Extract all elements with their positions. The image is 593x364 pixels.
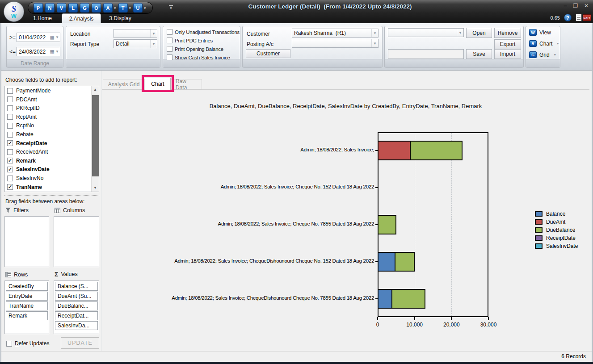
checkbox[interactable]: ✓ — [7, 184, 13, 190]
field-item-Rebate[interactable]: Rebate — [7, 131, 34, 138]
toolbar-icon-V[interactable]: V — [57, 3, 66, 13]
calendar-icon[interactable]: ▦ — [50, 49, 55, 54]
layout-select[interactable]: ▼ — [388, 28, 464, 37]
filters-drop-area[interactable] — [4, 216, 49, 267]
row-field-tranname[interactable]: TranName — [6, 301, 48, 310]
ribbon-tab-2-analysis[interactable]: 2.Analysis — [62, 13, 101, 24]
scrollbar-thumb[interactable] — [92, 95, 99, 176]
chevron-down-icon[interactable]: ▾ — [129, 6, 131, 10]
checkbox[interactable] — [167, 46, 172, 52]
save-button[interactable]: Save — [466, 49, 492, 59]
option-print-opening-balance[interactable]: Print Opening Balance — [167, 46, 223, 52]
checkbox[interactable] — [7, 88, 13, 94]
close-button[interactable]: ✕ — [584, 3, 589, 9]
defer-updates-checkbox[interactable] — [6, 341, 12, 347]
field-item-RcptAmt[interactable]: RcptAmt — [7, 114, 37, 120]
chevron-down-icon[interactable]: ▼ — [150, 29, 157, 38]
checkbox[interactable] — [7, 149, 13, 155]
chevron-down-icon[interactable]: ▼ — [55, 33, 60, 42]
toolbar-overflow-icon[interactable]: ▾ — [169, 5, 173, 10]
output-view-view[interactable]: WView — [529, 29, 551, 36]
checkbox[interactable] — [167, 29, 172, 35]
chevron-down-icon[interactable]: ▼ — [371, 39, 378, 47]
field-item-Remark[interactable]: ✓Remark — [7, 158, 36, 164]
rows-drop-area[interactable]: CreatedByEntryDateTranNameRemark — [4, 280, 49, 334]
checkbox[interactable] — [167, 54, 172, 60]
location-select[interactable]: ▼ — [114, 29, 157, 38]
chevron-down-icon[interactable]: ▼ — [150, 40, 157, 48]
field-item-RcptNo[interactable]: RcptNo — [7, 122, 34, 129]
chevron-down-icon[interactable]: ▾ — [557, 42, 559, 46]
value-field-duebalanc[interactable]: DueBalanc... — [55, 301, 98, 310]
help-icon[interactable]: ? — [564, 14, 572, 21]
field-item-ReceivedAmt[interactable]: ReceivedAmt — [7, 149, 48, 155]
date-from-input[interactable]: 01/04/2022 ▦ ▼ — [17, 33, 60, 42]
ribbon-tab-3-display[interactable]: 3.Display — [102, 13, 138, 24]
option-show-cash-sales-invoice[interactable]: Show Cash Sales Invoice — [167, 54, 230, 60]
chevron-down-icon[interactable]: ▾ — [554, 53, 556, 57]
chevron-down-icon[interactable]: ▼ — [55, 47, 60, 56]
checkbox[interactable] — [7, 176, 13, 181]
date-to-input[interactable]: 24/08/2022 ▦ ▼ — [17, 47, 60, 56]
app-logo[interactable]: SW — [4, 1, 24, 22]
customer-button[interactable]: Customer — [246, 49, 290, 58]
export-button[interactable]: Export — [494, 39, 521, 49]
field-item-PDCAmt[interactable]: PDCAmt — [7, 96, 37, 103]
document-icon[interactable] — [576, 14, 582, 21]
field-item-PKRcptID[interactable]: PKRcptID — [7, 105, 40, 111]
row-field-createdby[interactable]: CreatedBy — [6, 282, 48, 291]
toolbar-icon-N[interactable]: N — [45, 3, 55, 13]
minimize-button[interactable]: – — [564, 3, 567, 9]
toolbar-icon-U[interactable]: U — [133, 3, 143, 13]
toolbar-icon-O[interactable]: O — [92, 3, 101, 13]
toolbar-icon-G[interactable]: G — [80, 3, 89, 13]
field-item-SalesInvNo[interactable]: SalesInvNo — [7, 175, 43, 181]
row-field-remark[interactable]: Remark — [6, 311, 48, 320]
output-view-grid[interactable]: GGrid▾ — [529, 51, 556, 58]
checkbox[interactable]: ✓ — [7, 140, 13, 146]
option-only-unadjusted-transactions[interactable]: Only Unadjusted Transactions — [167, 29, 240, 35]
open-button[interactable]: Open — [466, 28, 492, 38]
checkbox[interactable] — [7, 114, 13, 120]
exit-icon[interactable]: EXIT — [583, 14, 591, 21]
checkbox[interactable] — [7, 105, 13, 111]
update-button[interactable]: UPDATE — [61, 337, 99, 349]
posting-ac-select[interactable]: ▼ — [292, 39, 379, 48]
option-print-pdc-entries[interactable]: Print PDC Entries — [167, 38, 213, 43]
chevron-down-icon[interactable]: ▾ — [144, 6, 146, 10]
layout-name-input[interactable] — [388, 49, 464, 59]
toolbar-icon-A[interactable]: A — [103, 3, 113, 13]
checkbox[interactable]: ✓ — [7, 158, 13, 163]
field-item-ReceiptDate[interactable]: ✓ReceiptDate — [7, 140, 47, 146]
checkbox[interactable] — [7, 123, 13, 129]
scroll-up-icon[interactable]: ▲ — [92, 86, 99, 93]
checkbox[interactable]: ✓ — [7, 167, 13, 172]
maximize-button[interactable]: ❐ — [573, 3, 578, 9]
value-field-balance-s[interactable]: Balance (S... — [55, 282, 98, 291]
customer-select[interactable]: Rakesh Sharma (R1) ▼ — [292, 29, 379, 38]
import-button[interactable]: Import — [494, 49, 521, 59]
toolbar-icon-L[interactable]: L — [68, 3, 78, 13]
output-view-chart[interactable]: RChart▾ — [529, 40, 559, 47]
field-item-TranName[interactable]: ✓TranName — [7, 184, 42, 190]
panel-splitter[interactable] — [4, 195, 99, 196]
checkbox[interactable] — [7, 96, 13, 102]
calendar-icon[interactable]: ▦ — [50, 34, 55, 40]
toolbar-icon-T[interactable]: T — [118, 3, 128, 13]
chevron-down-icon[interactable]: ▼ — [457, 29, 463, 37]
field-list-scrollbar[interactable]: ▲ ▼ — [91, 86, 99, 192]
row-field-entrydate[interactable]: EntryDate — [6, 292, 48, 301]
value-field-dueamt-su[interactable]: DueAmt (Su... — [55, 292, 98, 301]
columns-drop-area[interactable] — [54, 216, 99, 267]
values-drop-area[interactable]: Balance (S...DueAmt (Su...DueBalanc...Re… — [54, 280, 99, 334]
ribbon-tab-1-home[interactable]: 1.Home — [25, 13, 60, 24]
field-item-SalesInvDate[interactable]: ✓SalesInvDate — [7, 166, 50, 172]
checkbox[interactable] — [7, 132, 13, 138]
tab-chart[interactable]: Chart — [145, 78, 171, 90]
field-item-PaymentMode[interactable]: PaymentMode — [7, 88, 50, 94]
chevron-down-icon[interactable]: ▼ — [371, 29, 378, 37]
toolbar-icon-P[interactable]: P — [34, 3, 43, 13]
value-field-salesinvda[interactable]: SalesInvDa... — [55, 321, 98, 330]
checkbox[interactable] — [167, 38, 172, 43]
scroll-down-icon[interactable]: ▼ — [92, 184, 99, 192]
